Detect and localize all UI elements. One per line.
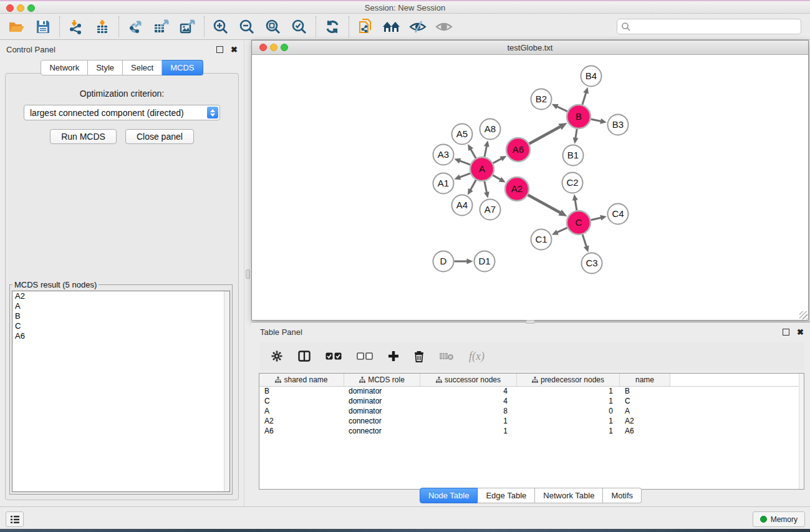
- function-builder-button[interactable]: f(x): [469, 350, 485, 363]
- float-panel-icon[interactable]: [216, 46, 223, 53]
- tab-node-table[interactable]: Node Table: [420, 488, 478, 503]
- table-cell[interactable]: 0: [517, 407, 620, 417]
- graph-edge[interactable]: [460, 173, 470, 177]
- export-image-button[interactable]: [175, 16, 201, 38]
- delete-column-button[interactable]: [414, 351, 424, 362]
- table-cell[interactable]: A6: [259, 427, 344, 437]
- search-field[interactable]: [617, 19, 801, 34]
- export-table-button[interactable]: [148, 16, 175, 38]
- graph-edge[interactable]: [582, 235, 586, 247]
- tab-network-table[interactable]: Network Table: [535, 488, 603, 503]
- table-cell[interactable]: B: [259, 387, 344, 397]
- table-row[interactable]: A6connector11A6: [259, 427, 804, 437]
- unselect-all-columns-button[interactable]: [357, 352, 373, 360]
- tab-select[interactable]: Select: [123, 60, 162, 75]
- zoom-out-button[interactable]: [234, 16, 260, 38]
- mcds-result-item[interactable]: A: [12, 301, 229, 311]
- table-cell[interactable]: dominator: [344, 397, 420, 407]
- vertical-splitter[interactable]: [244, 40, 251, 506]
- run-mcds-button[interactable]: Run MCDS: [50, 129, 117, 144]
- table-cell[interactable]: 8: [420, 407, 517, 417]
- tab-style[interactable]: Style: [88, 60, 123, 75]
- tab-network[interactable]: Network: [41, 60, 88, 75]
- close-panel-icon[interactable]: ✖: [231, 46, 238, 53]
- network-graph[interactable]: B4B2BB3A8A5A6A3B1AA1C2A2A4A7C4CC1DD1C3: [252, 56, 808, 321]
- horizontal-splitter-grip[interactable]: [526, 320, 535, 324]
- graph-edge[interactable]: [528, 195, 561, 213]
- memory-button[interactable]: Memory: [753, 511, 805, 527]
- table-cell[interactable]: 4: [420, 397, 517, 407]
- table-cell[interactable]: 1: [420, 427, 517, 437]
- graph-edge[interactable]: [557, 228, 567, 233]
- column-header[interactable]: name: [620, 374, 670, 386]
- tab-edge-table[interactable]: Edge Table: [478, 488, 535, 503]
- node-table[interactable]: shared nameMCDS rolesuccessor nodesprede…: [259, 373, 804, 490]
- hide-selected-button[interactable]: [405, 16, 431, 38]
- table-cell[interactable]: A2: [259, 417, 344, 427]
- open-file-button[interactable]: [4, 16, 30, 38]
- table-float-icon[interactable]: [783, 329, 789, 336]
- table-cell[interactable]: C: [620, 397, 670, 407]
- table-cell[interactable]: 1: [420, 417, 517, 427]
- table-row[interactable]: Cdominator41C: [259, 397, 804, 407]
- mcds-result-item[interactable]: B: [12, 311, 229, 321]
- graph-edge[interactable]: [493, 158, 502, 163]
- splitter-grip[interactable]: [246, 269, 250, 279]
- network-window-titlebar[interactable]: testGlobe.txt: [252, 41, 808, 55]
- graph-edge[interactable]: [557, 107, 567, 112]
- mcds-result-item[interactable]: C: [12, 321, 229, 331]
- save-session-button[interactable]: [30, 16, 56, 38]
- show-panels-button[interactable]: [6, 511, 24, 527]
- delete-table-button[interactable]: [439, 352, 454, 360]
- network-canvas[interactable]: B4B2BB3A8A5A6A3B1AA1C2A2A4A7C4CC1DD1C3: [252, 56, 808, 320]
- table-row[interactable]: A2connector11A2: [259, 417, 804, 427]
- table-cell[interactable]: 1: [517, 417, 620, 427]
- table-cell[interactable]: dominator: [344, 407, 420, 417]
- table-cell[interactable]: 1: [517, 427, 620, 437]
- refresh-button[interactable]: [319, 16, 345, 38]
- window-resize-grip[interactable]: [799, 311, 808, 319]
- graph-edge[interactable]: [576, 129, 577, 138]
- graph-edge[interactable]: [591, 218, 602, 220]
- table-cell[interactable]: A: [620, 407, 670, 417]
- table-cell[interactable]: B: [620, 387, 670, 397]
- graph-edge[interactable]: [582, 92, 586, 105]
- mcds-result-list[interactable]: A2ABCA6: [12, 291, 230, 492]
- show-all-button[interactable]: [431, 16, 457, 38]
- table-options-button[interactable]: [271, 350, 283, 362]
- split-view-button[interactable]: [298, 351, 311, 362]
- table-cell[interactable]: 4: [420, 387, 517, 397]
- search-input[interactable]: [631, 21, 801, 33]
- table-row[interactable]: Bdominator41B: [259, 387, 804, 397]
- graph-edge[interactable]: [470, 180, 476, 190]
- graph-edge[interactable]: [493, 175, 501, 180]
- select-all-columns-button[interactable]: [325, 352, 342, 360]
- column-header[interactable]: MCDS role: [344, 374, 420, 386]
- export-network-button[interactable]: [122, 16, 148, 38]
- mcds-result-item[interactable]: A6: [12, 331, 229, 341]
- mcds-result-item[interactable]: A2: [12, 291, 229, 301]
- table-cell[interactable]: 1: [517, 397, 620, 407]
- graph-edge[interactable]: [460, 161, 470, 165]
- table-cell[interactable]: dominator: [344, 387, 420, 397]
- table-cell[interactable]: 1: [517, 387, 620, 397]
- table-cell[interactable]: connector: [344, 427, 420, 437]
- add-column-button[interactable]: [388, 351, 399, 362]
- new-network-from-selection-button[interactable]: [352, 16, 378, 38]
- column-header[interactable]: successor nodes: [420, 374, 517, 386]
- graph-edge[interactable]: [591, 119, 601, 121]
- table-cell[interactable]: A: [259, 407, 344, 417]
- import-network-button[interactable]: [63, 16, 89, 38]
- zoom-fit-button[interactable]: [260, 16, 286, 38]
- table-row[interactable]: Adominator80A: [259, 407, 804, 417]
- column-header[interactable]: shared name: [259, 374, 344, 386]
- zoom-selected-button[interactable]: [286, 16, 312, 38]
- graph-edge[interactable]: [529, 127, 561, 144]
- graph-edge[interactable]: [485, 146, 487, 157]
- close-panel-button[interactable]: Close panel: [125, 129, 194, 144]
- table-cell[interactable]: C: [259, 397, 344, 407]
- graph-edge[interactable]: [471, 149, 476, 158]
- table-cell[interactable]: A6: [620, 427, 670, 437]
- graph-edge[interactable]: [575, 200, 577, 210]
- mcds-list-scrollbar[interactable]: [224, 291, 229, 491]
